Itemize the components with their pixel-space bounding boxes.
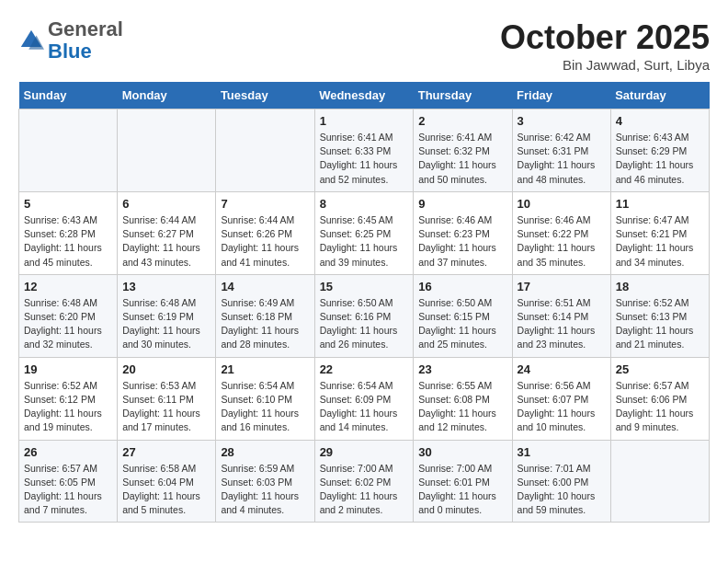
- calendar-cell: [118, 109, 216, 192]
- calendar-cell: 9Sunrise: 6:46 AM Sunset: 6:23 PM Daylig…: [414, 191, 512, 274]
- day-header-sunday: Sunday: [19, 82, 118, 109]
- day-number: 11: [616, 197, 704, 211]
- day-info: Sunrise: 6:42 AM Sunset: 6:31 PM Dayligh…: [518, 131, 606, 187]
- calendar-cell: 15Sunrise: 6:50 AM Sunset: 6:16 PM Dayli…: [314, 274, 414, 357]
- day-info: Sunrise: 6:48 AM Sunset: 6:19 PM Dayligh…: [122, 296, 210, 352]
- day-number: 20: [122, 362, 210, 376]
- day-number: 16: [418, 280, 506, 293]
- calendar-cell: 20Sunrise: 6:53 AM Sunset: 6:11 PM Dayli…: [118, 357, 216, 440]
- day-info: Sunrise: 6:52 AM Sunset: 6:12 PM Dayligh…: [24, 379, 112, 435]
- calendar-cell: 10Sunrise: 6:46 AM Sunset: 6:22 PM Dayli…: [512, 191, 610, 274]
- calendar-cell: 19Sunrise: 6:52 AM Sunset: 6:12 PM Dayli…: [19, 357, 118, 440]
- day-info: Sunrise: 6:54 AM Sunset: 6:10 PM Dayligh…: [221, 379, 309, 435]
- day-info: Sunrise: 6:57 AM Sunset: 6:05 PM Dayligh…: [24, 462, 112, 518]
- calendar-cell: 28Sunrise: 6:59 AM Sunset: 6:03 PM Dayli…: [216, 440, 314, 523]
- calendar-cell: [216, 109, 314, 192]
- day-number: 18: [616, 280, 704, 293]
- day-number: 9: [418, 197, 506, 211]
- day-number: 30: [418, 445, 506, 459]
- day-number: 27: [122, 445, 210, 459]
- calendar-week-5: 26Sunrise: 6:57 AM Sunset: 6:05 PM Dayli…: [19, 440, 710, 523]
- day-info: Sunrise: 6:43 AM Sunset: 6:28 PM Dayligh…: [24, 213, 112, 270]
- day-number: 12: [24, 280, 112, 293]
- day-number: 1: [320, 114, 409, 128]
- day-number: 15: [320, 280, 409, 293]
- calendar-cell: 30Sunrise: 7:00 AM Sunset: 6:01 PM Dayli…: [414, 440, 512, 523]
- logo-icon: [18, 28, 44, 53]
- calendar-cell: 29Sunrise: 7:00 AM Sunset: 6:02 PM Dayli…: [314, 440, 414, 523]
- day-number: 7: [221, 197, 309, 211]
- day-number: 13: [122, 280, 210, 293]
- day-number: 2: [418, 114, 506, 128]
- calendar-cell: 27Sunrise: 6:58 AM Sunset: 6:04 PM Dayli…: [118, 440, 216, 523]
- day-info: Sunrise: 6:56 AM Sunset: 6:07 PM Dayligh…: [518, 379, 606, 435]
- day-info: Sunrise: 6:46 AM Sunset: 6:22 PM Dayligh…: [518, 213, 606, 270]
- day-info: Sunrise: 6:44 AM Sunset: 6:26 PM Dayligh…: [221, 213, 309, 270]
- day-info: Sunrise: 7:00 AM Sunset: 6:02 PM Dayligh…: [320, 462, 409, 518]
- calendar-cell: 4Sunrise: 6:43 AM Sunset: 6:29 PM Daylig…: [610, 109, 709, 192]
- day-header-tuesday: Tuesday: [216, 82, 314, 109]
- day-info: Sunrise: 6:50 AM Sunset: 6:15 PM Dayligh…: [418, 296, 506, 352]
- calendar-cell: 1Sunrise: 6:41 AM Sunset: 6:33 PM Daylig…: [314, 109, 414, 192]
- day-header-monday: Monday: [118, 82, 216, 109]
- day-info: Sunrise: 6:49 AM Sunset: 6:18 PM Dayligh…: [221, 296, 309, 352]
- calendar-cell: 14Sunrise: 6:49 AM Sunset: 6:18 PM Dayli…: [216, 274, 314, 357]
- day-number: 26: [24, 445, 112, 459]
- day-number: 8: [320, 197, 409, 211]
- day-number: 3: [518, 114, 606, 128]
- calendar-cell: 6Sunrise: 6:44 AM Sunset: 6:27 PM Daylig…: [118, 191, 216, 274]
- calendar-cell: 25Sunrise: 6:57 AM Sunset: 6:06 PM Dayli…: [610, 357, 709, 440]
- calendar-cell: 24Sunrise: 6:56 AM Sunset: 6:07 PM Dayli…: [512, 357, 610, 440]
- calendar-cell: 31Sunrise: 7:01 AM Sunset: 6:00 PM Dayli…: [512, 440, 610, 523]
- calendar-cell: 23Sunrise: 6:55 AM Sunset: 6:08 PM Dayli…: [414, 357, 512, 440]
- day-number: 23: [418, 362, 506, 376]
- day-info: Sunrise: 6:46 AM Sunset: 6:23 PM Dayligh…: [418, 213, 506, 270]
- day-header-friday: Friday: [512, 82, 610, 109]
- calendar-cell: [610, 440, 709, 523]
- calendar-cell: 7Sunrise: 6:44 AM Sunset: 6:26 PM Daylig…: [216, 191, 314, 274]
- month-title: October 2025: [500, 18, 710, 57]
- day-number: 19: [24, 362, 112, 376]
- day-info: Sunrise: 6:44 AM Sunset: 6:27 PM Dayligh…: [122, 213, 210, 270]
- day-info: Sunrise: 6:47 AM Sunset: 6:21 PM Dayligh…: [616, 213, 704, 270]
- day-info: Sunrise: 7:01 AM Sunset: 6:00 PM Dayligh…: [518, 462, 606, 518]
- day-header-thursday: Thursday: [414, 82, 512, 109]
- calendar-header-row: SundayMondayTuesdayWednesdayThursdayFrid…: [19, 82, 710, 109]
- day-number: 21: [221, 362, 309, 376]
- day-info: Sunrise: 6:58 AM Sunset: 6:04 PM Dayligh…: [122, 462, 210, 518]
- title-block: October 2025 Bin Jawwad, Surt, Libya: [500, 18, 710, 73]
- day-info: Sunrise: 7:00 AM Sunset: 6:01 PM Dayligh…: [418, 462, 506, 518]
- calendar-cell: 8Sunrise: 6:45 AM Sunset: 6:25 PM Daylig…: [314, 191, 414, 274]
- day-info: Sunrise: 6:51 AM Sunset: 6:14 PM Dayligh…: [518, 296, 606, 352]
- calendar-cell: 17Sunrise: 6:51 AM Sunset: 6:14 PM Dayli…: [512, 274, 610, 357]
- day-info: Sunrise: 6:48 AM Sunset: 6:20 PM Dayligh…: [24, 296, 112, 352]
- day-info: Sunrise: 6:45 AM Sunset: 6:25 PM Dayligh…: [320, 213, 409, 270]
- calendar-cell: 26Sunrise: 6:57 AM Sunset: 6:05 PM Dayli…: [19, 440, 118, 523]
- calendar-cell: 12Sunrise: 6:48 AM Sunset: 6:20 PM Dayli…: [19, 274, 118, 357]
- calendar-cell: 3Sunrise: 6:42 AM Sunset: 6:31 PM Daylig…: [512, 109, 610, 192]
- logo-general-text: General: [48, 17, 123, 40]
- calendar-cell: [19, 109, 118, 192]
- logo-blue-text: Blue: [48, 40, 92, 63]
- day-number: 5: [24, 197, 112, 211]
- day-number: 10: [518, 197, 606, 211]
- calendar-week-4: 19Sunrise: 6:52 AM Sunset: 6:12 PM Dayli…: [19, 357, 710, 440]
- calendar-cell: 2Sunrise: 6:41 AM Sunset: 6:32 PM Daylig…: [414, 109, 512, 192]
- calendar-cell: 11Sunrise: 6:47 AM Sunset: 6:21 PM Dayli…: [610, 191, 709, 274]
- calendar-cell: 22Sunrise: 6:54 AM Sunset: 6:09 PM Dayli…: [314, 357, 414, 440]
- day-info: Sunrise: 6:41 AM Sunset: 6:32 PM Dayligh…: [418, 131, 506, 187]
- day-header-saturday: Saturday: [610, 82, 709, 109]
- calendar-week-3: 12Sunrise: 6:48 AM Sunset: 6:20 PM Dayli…: [19, 274, 710, 357]
- calendar-cell: 18Sunrise: 6:52 AM Sunset: 6:13 PM Dayli…: [610, 274, 709, 357]
- calendar-week-1: 1Sunrise: 6:41 AM Sunset: 6:33 PM Daylig…: [19, 109, 710, 192]
- day-number: 28: [221, 445, 309, 459]
- calendar-cell: 16Sunrise: 6:50 AM Sunset: 6:15 PM Dayli…: [414, 274, 512, 357]
- calendar-table: SundayMondayTuesdayWednesdayThursdayFrid…: [18, 82, 710, 523]
- calendar-cell: 21Sunrise: 6:54 AM Sunset: 6:10 PM Dayli…: [216, 357, 314, 440]
- day-info: Sunrise: 6:50 AM Sunset: 6:16 PM Dayligh…: [320, 296, 409, 352]
- logo: General Blue: [18, 18, 123, 63]
- day-number: 14: [221, 280, 309, 293]
- day-number: 31: [518, 445, 606, 459]
- day-number: 6: [122, 197, 210, 211]
- day-number: 22: [320, 362, 409, 376]
